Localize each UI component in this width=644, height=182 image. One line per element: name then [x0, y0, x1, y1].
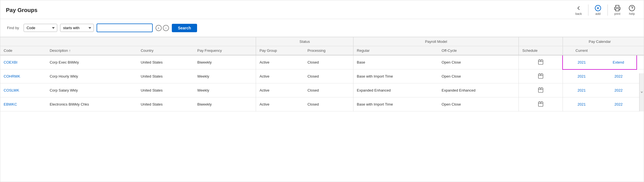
cell-code: COSLWK: [0, 83, 46, 97]
cell-payroll-regular: Base with Import Time: [353, 69, 438, 83]
table-row: COHRWK Corp Hourly Wkly United States We…: [0, 69, 644, 83]
col-header-row: Code Description ↑ Country Pay Frequency…: [0, 46, 644, 55]
cell-payroll-offcycle: Open Close: [438, 97, 519, 111]
calendar-icon: [538, 87, 544, 93]
code-link[interactable]: EBWKC: [4, 102, 17, 106]
chevron-down-icon: [641, 90, 643, 94]
row-scroll-cell: [637, 55, 644, 69]
cell-code: COHRWK: [0, 69, 46, 83]
cell-cal-next: 2022: [600, 83, 637, 97]
calendar-icon: [538, 101, 544, 107]
find-by-select[interactable]: Code Description Country: [24, 24, 57, 32]
cell-payroll-offcycle: Expanded Enhanced: [438, 83, 519, 97]
cell-status-processing: Closed: [304, 69, 353, 83]
help-label: help: [629, 12, 635, 15]
pay-groups-table: Status Payroll Model Pay Calendar Code D…: [0, 37, 644, 111]
current-cal-link[interactable]: 2021: [577, 74, 586, 78]
next-cal-link[interactable]: 2022: [615, 102, 623, 106]
col-country: Country: [137, 46, 194, 55]
cell-description: Corp Exec BiWkly: [46, 55, 137, 69]
find-by-label: Find by: [7, 26, 19, 30]
next-cal-link[interactable]: 2022: [615, 88, 623, 92]
table-row: COEXBI Corp Exec BiWkly United States Bi…: [0, 55, 644, 69]
cell-code: EBWKC: [0, 97, 46, 111]
cell-status-processing: Closed: [304, 83, 353, 97]
add-remove-icons: + −: [156, 25, 169, 31]
cell-country: United States: [137, 69, 194, 83]
add-button[interactable]: add: [592, 4, 604, 17]
print-label: print: [614, 12, 620, 15]
next-cal-link[interactable]: 2022: [615, 74, 623, 78]
col-cal-next: [600, 46, 637, 55]
col-status-pay-group: Pay Group: [256, 46, 304, 55]
table-row: COSLWK Corp Salary Wkly United States We…: [0, 83, 644, 97]
page-title: Pay Groups: [6, 7, 37, 13]
col-payroll-offcycle: Off-Cycle: [438, 46, 519, 55]
col-status-processing: Processing: [304, 46, 353, 55]
col-description: Description ↑: [46, 46, 137, 55]
cell-payroll-regular: Base: [353, 55, 438, 69]
search-button[interactable]: Search: [172, 24, 197, 32]
back-label: back: [575, 12, 582, 15]
cell-payroll-regular: Base with Import Time: [353, 97, 438, 111]
scroll-col-header: [637, 37, 644, 46]
back-button[interactable]: back: [572, 4, 585, 17]
cell-cal-current: 2021: [563, 55, 600, 69]
cell-code: COEXBI: [0, 55, 46, 69]
add-label: add: [595, 12, 600, 15]
cell-schedule: [519, 55, 563, 69]
cell-schedule: [519, 83, 563, 97]
code-link[interactable]: COEXBI: [4, 60, 17, 64]
schedule-group-header: [519, 37, 563, 46]
paycal-group-header: Pay Calendar: [563, 37, 637, 46]
cell-country: United States: [137, 83, 194, 97]
cell-country: United States: [137, 97, 194, 111]
current-cal-link[interactable]: 2021: [577, 88, 586, 92]
help-icon: [629, 5, 635, 11]
condition-select[interactable]: starts with contains equals ends with: [60, 24, 94, 32]
page-header: Pay Groups back add: [0, 0, 644, 19]
cell-schedule: [519, 69, 563, 83]
add-icon: [595, 5, 601, 11]
cell-cal-next: 2022: [600, 69, 637, 83]
cell-cal-current: 2021: [563, 97, 600, 111]
cell-pay-frequency: Weekly: [194, 69, 256, 83]
divider-1: [588, 4, 588, 16]
page-container: Pay Groups back add: [0, 0, 644, 182]
svg-point-15: [540, 74, 541, 75]
header-actions: back add print: [572, 4, 638, 17]
col-pay-frequency: Pay Frequency: [194, 46, 256, 55]
cell-pay-frequency: Weekly: [194, 83, 256, 97]
print-icon: [614, 5, 621, 11]
empty-group-header: [0, 37, 256, 46]
current-cal-link[interactable]: 2021: [577, 102, 586, 106]
cell-status-processing: Closed: [304, 97, 353, 111]
table-body: COEXBI Corp Exec BiWkly United States Bi…: [0, 55, 644, 111]
remove-criterion-icon[interactable]: −: [163, 25, 169, 31]
next-cal-link[interactable]: Extend: [613, 60, 624, 64]
payroll-group-header: Payroll Model: [353, 37, 519, 46]
col-schedule: Schedule: [519, 46, 563, 55]
cell-pay-frequency: Biweekly: [194, 97, 256, 111]
add-criterion-icon[interactable]: +: [156, 25, 162, 31]
help-button[interactable]: help: [626, 4, 638, 17]
cell-cal-current: 2021: [563, 69, 600, 83]
col-payroll-regular: Regular: [353, 46, 438, 55]
search-input[interactable]: [97, 24, 153, 32]
cell-status-pay-group: Active: [256, 97, 304, 111]
cell-cal-next: Extend: [600, 55, 637, 69]
search-bar: Find by Code Description Country starts …: [0, 19, 644, 37]
cell-payroll-offcycle: Open Close: [438, 55, 519, 69]
group-header-row: Status Payroll Model Pay Calendar: [0, 37, 644, 46]
scroll-indicator[interactable]: [639, 73, 644, 111]
col-cal-current: Current: [563, 46, 600, 55]
svg-point-10: [540, 60, 541, 61]
cell-cal-current: 2021: [563, 83, 600, 97]
cell-status-pay-group: Active: [256, 55, 304, 69]
svg-point-20: [540, 88, 541, 89]
current-cal-link[interactable]: 2021: [578, 60, 586, 64]
cell-status-pay-group: Active: [256, 69, 304, 83]
code-link[interactable]: COHRWK: [4, 74, 20, 78]
code-link[interactable]: COSLWK: [4, 88, 19, 92]
print-button[interactable]: print: [611, 4, 624, 17]
